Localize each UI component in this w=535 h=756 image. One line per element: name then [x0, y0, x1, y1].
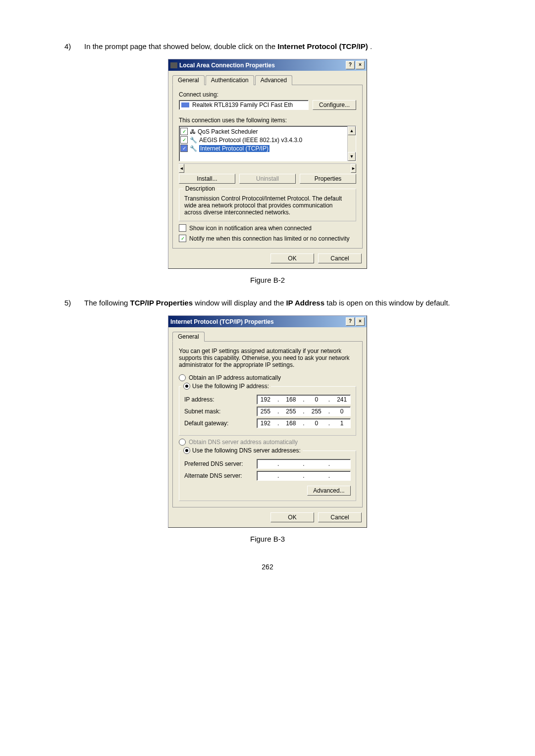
- help-button[interactable]: ?: [346, 317, 355, 326]
- properties-button[interactable]: Properties: [300, 174, 356, 184]
- figure-caption: Figure B-3: [64, 535, 471, 543]
- scroll-left-icon[interactable]: ◄: [179, 164, 184, 173]
- nic-icon: [181, 102, 189, 107]
- item-label: QoS Packet Scheduler: [198, 128, 258, 135]
- figure-caption: Figure B-2: [64, 276, 471, 284]
- advanced-button[interactable]: Advanced...: [307, 486, 351, 496]
- install-button[interactable]: Install...: [179, 174, 235, 184]
- ip-octet[interactable]: [284, 460, 297, 467]
- group-title: Use the following DNS server addresses:: [181, 447, 303, 454]
- list-item-tcpip[interactable]: 🔧 Internet Protocol (TCP/IP): [180, 144, 346, 152]
- ip-octet[interactable]: 192: [259, 396, 272, 403]
- info-text: You can get IP settings assigned automat…: [179, 348, 356, 368]
- ip-octet[interactable]: 241: [335, 396, 348, 403]
- group-title: Description: [183, 185, 217, 192]
- close-button[interactable]: ×: [356, 61, 365, 69]
- radio-icon[interactable]: [183, 383, 190, 390]
- radio-icon: [179, 439, 186, 446]
- help-button[interactable]: ?: [346, 61, 355, 69]
- ip-octet[interactable]: [335, 472, 348, 479]
- default-gateway-field[interactable]: 192. 168. 0. 1: [257, 418, 351, 428]
- titlebar: Local Area Connection Properties ? ×: [168, 59, 367, 71]
- ip-octet[interactable]: 192: [259, 420, 272, 427]
- ip-address-field[interactable]: 192. 168. 0. 241: [257, 395, 351, 404]
- scroll-down-icon[interactable]: ▼: [348, 152, 356, 161]
- tab-body: You can get IP settings assigned automat…: [172, 342, 363, 507]
- checkbox-icon[interactable]: [180, 145, 188, 152]
- list-item[interactable]: 🔧 AEGIS Protocol (IEEE 802.1x) v3.4.3.0: [180, 136, 346, 144]
- checkbox-icon[interactable]: [179, 224, 186, 232]
- ip-octet[interactable]: [259, 472, 272, 479]
- adapter-field: Realtek RTL8139 Family PCI Fast Eth: [179, 100, 309, 110]
- step-number: 4): [64, 40, 84, 53]
- radio-icon[interactable]: [179, 374, 186, 381]
- configure-button[interactable]: Configure...: [313, 100, 356, 110]
- item-label: AEGIS Protocol (IEEE 802.1x) v3.4.3.0: [199, 137, 302, 144]
- ip-octet[interactable]: 255: [284, 408, 297, 415]
- checkbox-icon[interactable]: [180, 128, 188, 135]
- scroll-up-icon[interactable]: ▲: [348, 126, 356, 135]
- ip-octet[interactable]: 255: [259, 408, 272, 415]
- scroll-track[interactable]: [348, 135, 356, 152]
- close-button[interactable]: ×: [356, 317, 365, 326]
- ip-octet[interactable]: [335, 460, 348, 467]
- ip-octet[interactable]: 168: [284, 396, 297, 403]
- obtain-ip-radio-row[interactable]: Obtain an IP address automatically: [179, 374, 356, 381]
- ip-octet[interactable]: [284, 472, 297, 479]
- step-text: In the prompt page that showed below, do…: [84, 40, 471, 53]
- tab-advanced[interactable]: Advanced: [255, 75, 292, 85]
- ip-octet[interactable]: 1: [335, 420, 348, 427]
- ip-octet[interactable]: 0: [310, 396, 323, 403]
- step-text: The following TCP/IP Properties window w…: [84, 296, 471, 309]
- text: In the prompt page that showed below, do…: [84, 42, 277, 50]
- protocol-icon: 🔧: [190, 145, 197, 152]
- show-icon-row[interactable]: Show icon in notification area when conn…: [179, 224, 356, 232]
- cancel-button[interactable]: Cancel: [318, 253, 362, 263]
- window-title: Internet Protocol (TCP/IP) Properties: [170, 318, 274, 325]
- titlebar: Internet Protocol (TCP/IP) Properties ? …: [168, 316, 367, 327]
- items-listbox[interactable]: 🖧 QoS Packet Scheduler 🔧 AEGIS Protocol …: [179, 126, 356, 161]
- document-page: 4) In the prompt page that showed below,…: [0, 0, 535, 591]
- preferred-dns-field[interactable]: . . .: [257, 459, 351, 469]
- cancel-button[interactable]: Cancel: [318, 512, 362, 522]
- horizontal-scrollbar[interactable]: ◄ ►: [179, 163, 356, 172]
- item-label-selected: Internet Protocol (TCP/IP): [199, 145, 269, 152]
- ip-octet[interactable]: [259, 460, 272, 467]
- tab-body: Connect using: Realtek RTL8139 Family PC…: [172, 85, 363, 249]
- text-bold: Internet Protocol (TCP/IP): [277, 42, 368, 50]
- checkbox-icon[interactable]: [179, 235, 186, 242]
- ip-octet[interactable]: 0: [310, 420, 323, 427]
- group-title: Use the following IP address:: [181, 383, 271, 390]
- tab-authentication[interactable]: Authentication: [206, 75, 254, 85]
- radio-icon[interactable]: [183, 447, 190, 454]
- protocol-icon: 🔧: [190, 137, 197, 144]
- subnet-mask-field[interactable]: 255. 255. 255. 0: [257, 406, 351, 416]
- tab-general[interactable]: General: [172, 332, 205, 342]
- ip-octet[interactable]: 255: [310, 408, 323, 415]
- ip-octet[interactable]: 0: [335, 408, 348, 415]
- adapter-name: Realtek RTL8139 Family PCI Fast Eth: [192, 101, 293, 108]
- ok-button[interactable]: OK: [270, 512, 314, 522]
- text-bold: TCP/IP Properties: [130, 299, 193, 307]
- tab-row: General Authentication Advanced: [172, 75, 363, 85]
- checkbox-label: Show icon in notification area when conn…: [189, 225, 312, 232]
- step-5: 5) The following TCP/IP Properties windo…: [64, 296, 471, 309]
- ip-octet[interactable]: [310, 460, 323, 467]
- scroll-right-icon[interactable]: ►: [351, 164, 356, 173]
- list-item[interactable]: 🖧 QoS Packet Scheduler: [180, 127, 346, 136]
- ok-button[interactable]: OK: [270, 253, 314, 263]
- tab-general[interactable]: General: [172, 75, 205, 85]
- radio-label: Use the following DNS server addresses:: [192, 447, 301, 454]
- vertical-scrollbar[interactable]: ▲ ▼: [347, 126, 356, 161]
- ip-address-label: IP address:: [184, 396, 257, 403]
- ip-octet[interactable]: [310, 472, 323, 479]
- scroll-track[interactable]: [184, 164, 351, 172]
- radio-label: Use the following IP address:: [192, 383, 269, 390]
- checkbox-icon[interactable]: [180, 136, 188, 144]
- ip-octet[interactable]: 168: [284, 420, 297, 427]
- text: The following: [84, 299, 130, 307]
- alternate-dns-field[interactable]: . . .: [257, 471, 351, 481]
- text: tab is open on this window by default.: [326, 299, 450, 307]
- page-number: 262: [64, 563, 471, 571]
- notify-row[interactable]: Notify me when this connection has limit…: [179, 235, 356, 242]
